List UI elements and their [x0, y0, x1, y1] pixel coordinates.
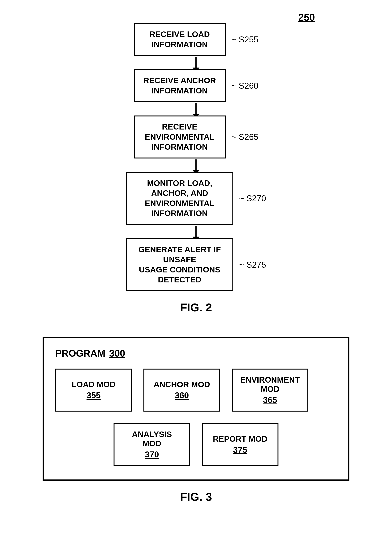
- step-s255-label: ~ S255: [232, 35, 258, 44]
- step-s265-box: RECEIVE ENVIRONMENTALINFORMATION: [134, 115, 226, 159]
- report-mod-label: REPORT MOD: [213, 434, 267, 443]
- step-s265-label: ~ S265: [232, 132, 258, 142]
- environment-mod-label: ENVIRONMENTMOD: [240, 375, 300, 394]
- step-s260-label: ~ S260: [232, 81, 258, 90]
- program-number: 300: [109, 348, 125, 359]
- flow-row-s260: RECEIVE ANCHORINFORMATION ~ S260: [134, 69, 258, 102]
- diagram-label-250: 250: [298, 11, 315, 23]
- flow-row-s275: GENERATE ALERT IF UNSAFEUSAGE CONDITIONS…: [126, 238, 266, 291]
- flow-row-s265: RECEIVE ENVIRONMENTALINFORMATION ~ S265: [134, 115, 258, 159]
- arrow-s265-s270: [150, 159, 242, 172]
- arrow-s270-s275: [150, 225, 242, 238]
- program-label-row: PROGRAM 300: [55, 348, 337, 359]
- environment-mod-number: 365: [263, 395, 277, 405]
- flowchart: RECEIVE LOADINFORMATION ~ S255 RECEIVE A…: [62, 23, 330, 291]
- arrow-down-icon: [196, 226, 196, 237]
- mod-row-2: ANALYSIS MOD 370 REPORT MOD 375: [55, 423, 337, 466]
- arrow-down-icon: [196, 160, 196, 171]
- flow-row-s270: MONITOR LOAD, ANCHOR, ANDENVIRONMENTAL I…: [126, 172, 266, 225]
- anchor-mod-number: 360: [175, 391, 189, 400]
- anchor-mod-box: ANCHOR MOD 360: [144, 368, 220, 411]
- arrow-s255-s260: [150, 56, 242, 69]
- fig3-container: PROGRAM 300 LOAD MOD 355 ANCHOR MOD 360 …: [42, 337, 350, 504]
- program-label: PROGRAM: [55, 348, 105, 359]
- step-s270-label: ~ S270: [239, 193, 266, 203]
- analysis-mod-box: ANALYSIS MOD 370: [113, 423, 190, 466]
- step-s270-box: MONITOR LOAD, ANCHOR, ANDENVIRONMENTAL I…: [126, 172, 233, 225]
- program-box: PROGRAM 300 LOAD MOD 355 ANCHOR MOD 360 …: [42, 337, 350, 481]
- mod-row-1: LOAD MOD 355 ANCHOR MOD 360 ENVIRONMENTM…: [55, 368, 337, 411]
- fig3-caption: FIG. 3: [180, 490, 212, 504]
- step-s255-box: RECEIVE LOADINFORMATION: [134, 23, 226, 56]
- analysis-mod-label: ANALYSIS MOD: [122, 430, 182, 448]
- load-mod-box: LOAD MOD 355: [55, 368, 132, 411]
- fig2-caption: FIG. 2: [180, 301, 212, 314]
- environment-mod-box: ENVIRONMENTMOD 365: [232, 368, 308, 411]
- flow-row-s255: RECEIVE LOADINFORMATION ~ S255: [134, 23, 258, 56]
- load-mod-label: LOAD MOD: [72, 380, 116, 389]
- step-s260-box: RECEIVE ANCHORINFORMATION: [134, 69, 226, 102]
- arrow-down-icon: [196, 103, 196, 114]
- arrow-down-icon: [196, 57, 196, 68]
- load-mod-number: 355: [87, 391, 101, 400]
- page: 250 RECEIVE LOADINFORMATION ~ S255 RECEI…: [0, 0, 392, 533]
- step-s275-label: ~ S275: [239, 260, 266, 269]
- analysis-mod-number: 370: [145, 450, 159, 459]
- arrow-s260-s265: [150, 102, 242, 115]
- report-mod-number: 375: [233, 445, 247, 455]
- fig2-container: 250 RECEIVE LOADINFORMATION ~ S255 RECEI…: [62, 11, 330, 314]
- report-mod-box: REPORT MOD 375: [202, 423, 279, 466]
- anchor-mod-label: ANCHOR MOD: [154, 380, 210, 389]
- step-s275-box: GENERATE ALERT IF UNSAFEUSAGE CONDITIONS…: [126, 238, 233, 291]
